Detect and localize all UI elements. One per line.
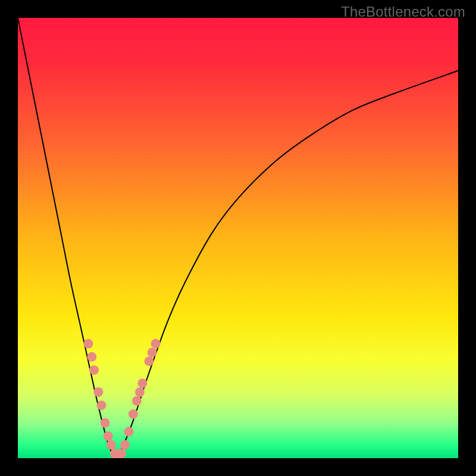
marker-dot [135,387,145,397]
watermark-label: TheBottleneck.com [341,4,465,20]
marker-dot [148,347,157,357]
marker-dot [107,440,116,450]
marker-dot [132,396,142,406]
marker-dot [93,387,103,397]
bottleneck-chart [18,18,458,458]
marker-dot [97,400,107,410]
marker-dot [83,339,93,349]
marker-dot [145,356,154,366]
marker-dot [101,418,110,428]
marker-dot [89,365,99,375]
marker-dot [120,440,130,450]
marker-dot [137,378,147,388]
marker-dot [117,449,126,458]
plot-area [18,18,458,458]
chart-container: TheBottleneck.com [0,0,476,476]
marker-dot [87,352,96,362]
marker-dot [104,431,113,441]
marker-dot [129,409,138,419]
marker-dot [151,339,161,349]
marker-dot [124,427,133,437]
gradient-background [18,18,458,458]
